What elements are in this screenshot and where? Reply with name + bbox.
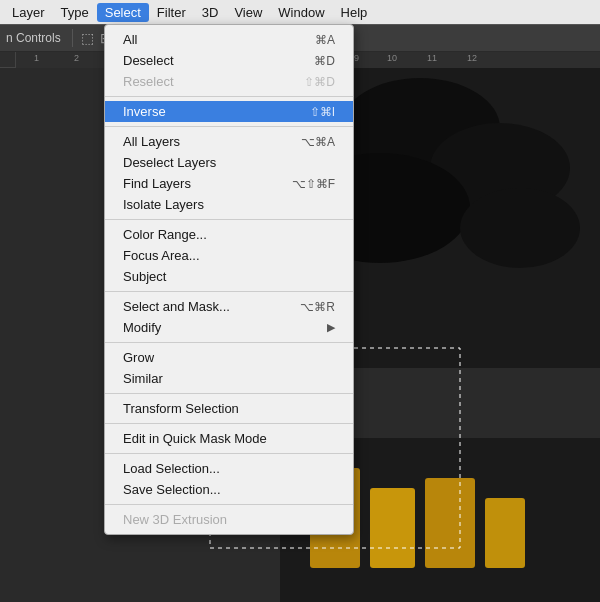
svg-rect-11 xyxy=(485,498,525,568)
ruler-num-10: 10 xyxy=(387,53,397,63)
menu-layer[interactable]: Layer xyxy=(4,3,53,22)
menu-item-select-and-mask[interactable]: Select and Mask... ⌥⌘R xyxy=(105,296,353,317)
menu-filter[interactable]: Filter xyxy=(149,3,194,22)
menu-bar: Layer Type Select Filter 3D View Window … xyxy=(0,0,600,24)
separator-1 xyxy=(105,96,353,97)
menu-item-deselect[interactable]: Deselect ⌘D xyxy=(105,50,353,71)
menu-item-deselect-layers[interactable]: Deselect Layers xyxy=(105,152,353,173)
toolbar-divider-1 xyxy=(72,29,73,47)
menu-item-isolate-layers[interactable]: Isolate Layers xyxy=(105,194,353,215)
menu-item-save-selection[interactable]: Save Selection... xyxy=(105,479,353,500)
menu-item-find-layers[interactable]: Find Layers ⌥⇧⌘F xyxy=(105,173,353,194)
separator-7 xyxy=(105,423,353,424)
menu-item-grow[interactable]: Grow xyxy=(105,347,353,368)
menu-item-reselect[interactable]: Reselect ⇧⌘D xyxy=(105,71,353,92)
menu-select[interactable]: Select xyxy=(97,3,149,22)
ruler-num-12: 12 xyxy=(467,53,477,63)
toolbar-label: n Controls xyxy=(6,31,61,45)
separator-9 xyxy=(105,504,353,505)
svg-point-6 xyxy=(460,188,580,268)
menu-item-edit-quick-mask[interactable]: Edit in Quick Mask Mode xyxy=(105,428,353,449)
menu-item-new-3d-extrusion[interactable]: New 3D Extrusion xyxy=(105,509,353,530)
select-dropdown-menu: All ⌘A Deselect ⌘D Reselect ⇧⌘D Inverse … xyxy=(104,24,354,535)
separator-8 xyxy=(105,453,353,454)
menu-item-modify[interactable]: Modify ▶ xyxy=(105,317,353,338)
menu-item-transform-selection[interactable]: Transform Selection xyxy=(105,398,353,419)
menu-item-subject[interactable]: Subject xyxy=(105,266,353,287)
ruler-num-2: 2 xyxy=(74,53,79,63)
menu-item-inverse[interactable]: Inverse ⇧⌘I xyxy=(105,101,353,122)
menu-window[interactable]: Window xyxy=(270,3,332,22)
menu-item-load-selection[interactable]: Load Selection... xyxy=(105,458,353,479)
menu-item-color-range[interactable]: Color Range... xyxy=(105,224,353,245)
separator-5 xyxy=(105,342,353,343)
menu-type[interactable]: Type xyxy=(53,3,97,22)
menu-view[interactable]: View xyxy=(226,3,270,22)
separator-3 xyxy=(105,219,353,220)
menu-item-all[interactable]: All ⌘A xyxy=(105,29,353,50)
svg-rect-10 xyxy=(425,478,475,568)
modify-submenu-arrow: ▶ xyxy=(327,321,335,334)
ruler-num-9: 9 xyxy=(354,53,359,63)
ruler-num-11: 11 xyxy=(427,53,437,63)
toolbar-icon-1[interactable]: ⬚ xyxy=(81,30,94,46)
ruler-num-1: 1 xyxy=(34,53,39,63)
separator-6 xyxy=(105,393,353,394)
separator-2 xyxy=(105,126,353,127)
menu-item-focus-area[interactable]: Focus Area... xyxy=(105,245,353,266)
svg-rect-9 xyxy=(370,488,415,568)
ruler-corner xyxy=(0,52,16,68)
menu-item-all-layers[interactable]: All Layers ⌥⌘A xyxy=(105,131,353,152)
menu-help[interactable]: Help xyxy=(333,3,376,22)
menu-3d[interactable]: 3D xyxy=(194,3,227,22)
menu-item-similar[interactable]: Similar xyxy=(105,368,353,389)
separator-4 xyxy=(105,291,353,292)
